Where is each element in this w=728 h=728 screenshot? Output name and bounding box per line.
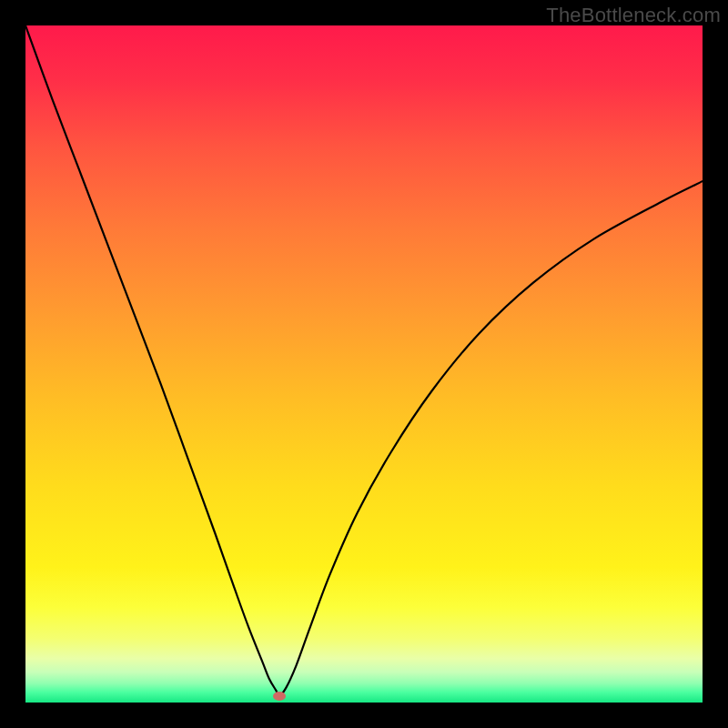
gradient-background	[25, 25, 703, 703]
svg-rect-0	[25, 25, 703, 703]
watermark-text: TheBottleneck.com	[546, 4, 721, 27]
chart-frame	[25, 25, 703, 703]
optimal-point-marker	[273, 692, 286, 701]
